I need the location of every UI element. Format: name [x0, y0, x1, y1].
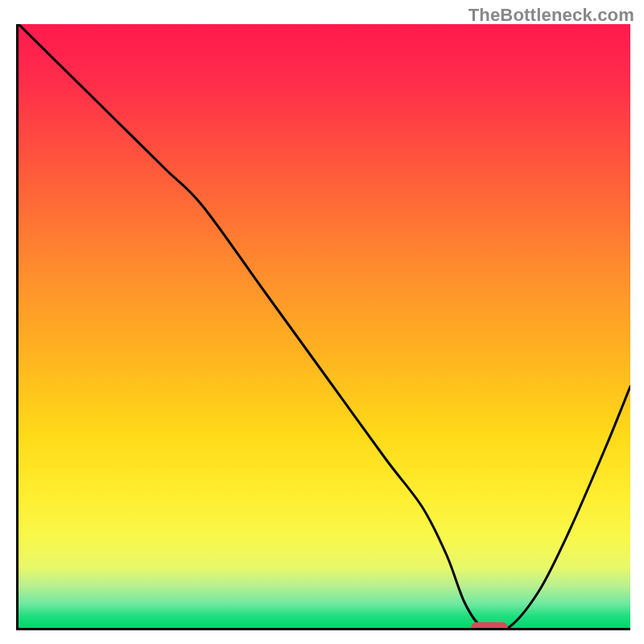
optimal-marker [471, 622, 508, 630]
plot-area [16, 24, 630, 630]
bottleneck-curve [19, 24, 630, 628]
watermark-text: TheBottleneck.com [469, 5, 634, 26]
chart-container: TheBottleneck.com [0, 0, 644, 644]
